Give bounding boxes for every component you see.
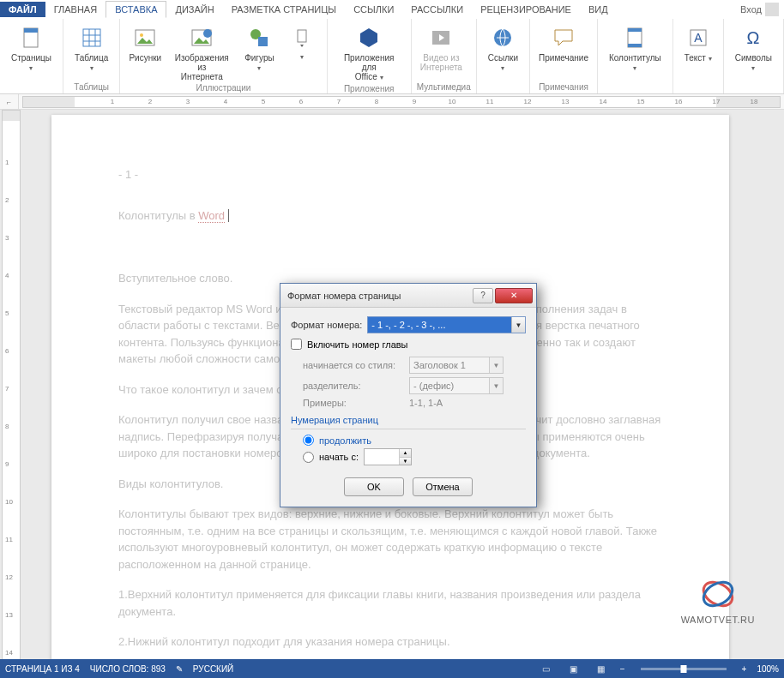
paragraph: 2.Нижний колонтитул подходит для указани… bbox=[118, 633, 662, 651]
zoom-level[interactable]: 100% bbox=[757, 664, 779, 674]
chevron-down-icon: ▼ bbox=[489, 357, 503, 373]
more-icon bbox=[288, 24, 316, 51]
zoom-out-button[interactable]: − bbox=[620, 664, 625, 674]
include-chapter-checkbox[interactable] bbox=[291, 339, 302, 350]
svg-rect-2 bbox=[83, 29, 100, 46]
tab-ссылки[interactable]: ССЫЛКИ bbox=[345, 2, 402, 17]
status-words[interactable]: ЧИСЛО СЛОВ: 893 bbox=[90, 664, 166, 674]
tab-разметка страницы[interactable]: РАЗМЕТКА СТРАНИЦЫ bbox=[223, 2, 345, 17]
online-images-icon bbox=[188, 24, 215, 51]
svg-rect-13 bbox=[628, 28, 642, 32]
tab-рецензирование[interactable]: РЕЦЕНЗИРОВАНИЕ bbox=[472, 2, 580, 17]
view-web-icon[interactable]: ▦ bbox=[593, 662, 610, 675]
shapes-icon bbox=[245, 24, 273, 51]
separator-select: - (дефис) ▼ bbox=[409, 377, 504, 394]
ribbon-more-button[interactable]: ▾ bbox=[282, 21, 322, 61]
svg-point-4 bbox=[140, 33, 143, 37]
numbering-section-label: Нумерация страниц bbox=[291, 415, 526, 425]
tab-вставка[interactable]: ВСТАВКА bbox=[106, 1, 166, 18]
ribbon-office-apps-button[interactable]: Приложения дляOffice ▾ bbox=[333, 21, 406, 82]
svg-text:Ω: Ω bbox=[747, 28, 760, 47]
tab-file[interactable]: ФАЙЛ bbox=[0, 2, 45, 17]
start-at-spinner[interactable]: ▲▼ bbox=[364, 448, 412, 465]
ruler-horizontal-row: ⌐ 123456789101112131415161718 bbox=[0, 94, 784, 110]
ribbon-text-button[interactable]: AТекст ▾ bbox=[678, 21, 718, 63]
svg-point-19 bbox=[699, 578, 736, 611]
page-number-format-dialog: Формат номера страницы ? ✕ Формат номера… bbox=[280, 283, 537, 507]
spin-down-icon[interactable]: ▼ bbox=[400, 458, 411, 465]
zoom-in-button[interactable]: + bbox=[742, 664, 747, 674]
pictures-icon bbox=[131, 24, 159, 51]
dialog-titlebar[interactable]: Формат номера страницы ? ✕ bbox=[280, 284, 536, 308]
close-button[interactable]: ✕ bbox=[495, 288, 533, 303]
svg-rect-9 bbox=[298, 30, 306, 42]
tab-рассылки[interactable]: РАССЫЛКИ bbox=[402, 2, 472, 17]
zoom-slider[interactable] bbox=[641, 668, 727, 670]
page-number: - 1 - bbox=[118, 166, 662, 183]
ribbon-pages-button[interactable]: Страницы ▾ bbox=[5, 21, 57, 73]
start-at-label: начать с: bbox=[319, 452, 359, 462]
ruler-horizontal[interactable]: 123456789101112131415161718 bbox=[22, 96, 781, 108]
headers-icon bbox=[621, 24, 648, 51]
document-title: Колонтитулы в Word bbox=[118, 207, 662, 225]
ribbon-links-button[interactable]: Ссылки ▾ bbox=[482, 21, 524, 73]
pages-icon bbox=[17, 24, 45, 51]
watermark: WAMOTVET.RU bbox=[681, 575, 755, 625]
links-icon bbox=[489, 24, 516, 51]
paragraph: 1.Верхний колонтитул применяется для фик… bbox=[118, 586, 662, 620]
tab-дизайн[interactable]: ДИЗАЙН bbox=[166, 2, 222, 17]
svg-rect-14 bbox=[628, 44, 642, 47]
ribbon-comment-button[interactable]: Примечание bbox=[535, 21, 592, 63]
chevron-down-icon: ▼ bbox=[489, 378, 503, 393]
text-icon: A bbox=[684, 24, 712, 51]
ribbon-table-button[interactable]: Таблица ▾ bbox=[69, 21, 114, 73]
menu-tabs: ФАЙЛ ГЛАВНАЯВСТАВКАДИЗАЙНРАЗМЕТКА СТРАНИ… bbox=[0, 0, 784, 19]
svg-rect-1 bbox=[24, 28, 38, 33]
start-at-radio[interactable] bbox=[303, 452, 314, 463]
ok-button[interactable]: OK bbox=[344, 477, 404, 496]
ribbon: Страницы ▾Таблица ▾ТаблицыРисункиИзображ… bbox=[0, 19, 784, 94]
ruler-corner: ⌐ bbox=[0, 94, 19, 110]
tab-вид[interactable]: ВИД bbox=[580, 2, 617, 17]
status-language[interactable]: РУССКИЙ bbox=[193, 664, 233, 674]
format-label: Формат номера: bbox=[291, 320, 362, 330]
office-apps-icon bbox=[355, 24, 383, 51]
ribbon-online-images-button[interactable]: Изображения изИнтернета bbox=[166, 21, 237, 81]
dialog-body: Формат номера: - 1 -, - 2 -, - 3 -, ... … bbox=[280, 308, 536, 507]
view-print-icon[interactable]: ▣ bbox=[565, 662, 582, 675]
login-label: Вход bbox=[740, 4, 762, 15]
online-video-icon bbox=[427, 24, 455, 51]
heading-style-select: Заголовок 1 ▼ bbox=[409, 357, 504, 374]
paragraph: Колонтитулы бывают трех видов: верхние, … bbox=[118, 506, 662, 573]
continue-radio[interactable] bbox=[303, 435, 314, 446]
cancel-button[interactable]: Отмена bbox=[413, 477, 473, 496]
svg-rect-8 bbox=[258, 37, 268, 46]
chevron-down-icon: ▼ bbox=[511, 317, 525, 333]
watermark-icon bbox=[699, 575, 737, 613]
examples-label: Примеры: bbox=[303, 398, 404, 408]
spin-up-icon[interactable]: ▲ bbox=[400, 449, 411, 458]
ribbon-symbols-button[interactable]: ΩСимволы ▾ bbox=[729, 21, 778, 73]
ribbon-pictures-button[interactable]: Рисунки bbox=[125, 21, 165, 63]
view-read-icon[interactable]: ▭ bbox=[538, 662, 555, 675]
status-page[interactable]: СТРАНИЦА 1 ИЗ 4 bbox=[5, 664, 80, 674]
ribbon-headers-button[interactable]: Колонтитулы ▾ bbox=[603, 21, 667, 73]
ruler-vertical[interactable]: 1234567891011121314 bbox=[2, 110, 21, 663]
table-icon bbox=[78, 24, 106, 51]
tab-главная[interactable]: ГЛАВНАЯ bbox=[45, 2, 106, 17]
proofing-icon[interactable]: ✎ bbox=[176, 664, 183, 674]
help-button[interactable]: ? bbox=[473, 288, 493, 303]
svg-point-6 bbox=[203, 29, 212, 38]
dialog-title: Формат номера страницы bbox=[287, 291, 471, 301]
starts-with-style-label: начинается со стиля: bbox=[303, 360, 404, 370]
ribbon-shapes-button[interactable]: Фигуры ▾ bbox=[238, 21, 280, 73]
status-bar: СТРАНИЦА 1 ИЗ 4 ЧИСЛО СЛОВ: 893 ✎ РУССКИ… bbox=[0, 659, 784, 678]
separator-label: разделитель: bbox=[303, 381, 404, 391]
svg-text:A: A bbox=[694, 31, 703, 45]
symbols-icon: Ω bbox=[739, 24, 767, 51]
number-format-select[interactable]: - 1 -, - 2 -, - 3 -, ... ▼ bbox=[367, 316, 526, 333]
avatar-icon bbox=[765, 3, 779, 16]
login-area[interactable]: Вход bbox=[740, 3, 784, 16]
ribbon-online-video-button: Видео изИнтернета bbox=[417, 21, 466, 72]
comment-icon bbox=[550, 24, 577, 51]
